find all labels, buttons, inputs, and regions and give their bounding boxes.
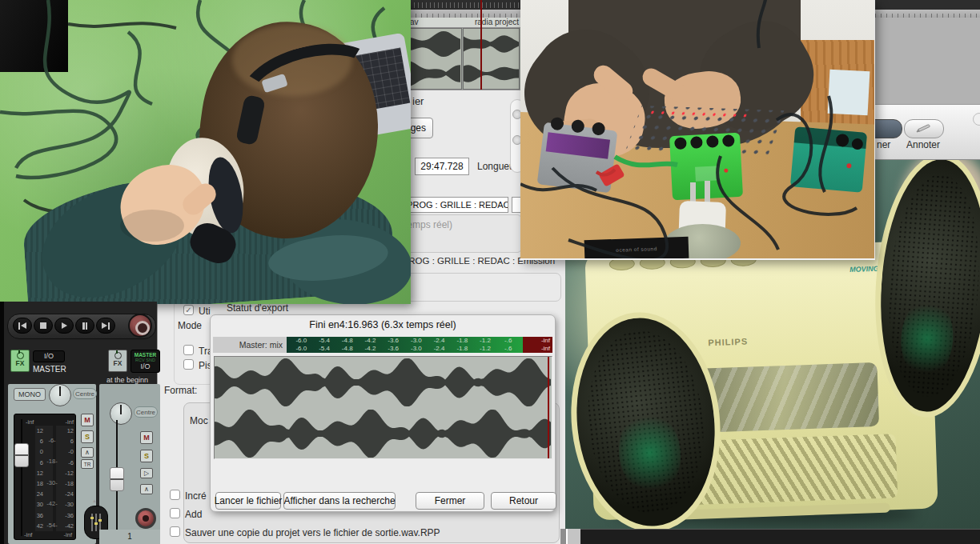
scale-label: -30- [45, 473, 59, 494]
routing-label: MASTER [131, 352, 159, 358]
toolbar-edge-button[interactable] [973, 113, 980, 126]
master-fx-block[interactable]: FX [10, 350, 30, 372]
track-pan-knob[interactable] [110, 402, 132, 425]
scale-label: -36 [61, 510, 74, 521]
mono-button[interactable]: MONO [14, 388, 46, 401]
scale-label: -18 [61, 478, 74, 489]
checkbox-save-copy[interactable] [170, 526, 180, 537]
pencil-icon [915, 124, 933, 134]
meter-db-label: -1.8 [451, 345, 474, 353]
fader-track [21, 419, 22, 536]
meter-db-scale: -6.0-5.4-4.8-4.2-3.6-3.0-2.4-1.8-1.2-.6 … [287, 337, 523, 353]
clip-label-left: av [410, 18, 419, 26]
record-icon [135, 321, 150, 335]
checkbox-tra[interactable] [183, 345, 194, 355]
disabled-info-box: (temps réel) [396, 214, 522, 253]
checkbox-increment-label: Incré [185, 490, 207, 502]
scale-label: 30 [32, 499, 43, 510]
hand-shadow [120, 210, 184, 242]
show-in-finder-button[interactable]: Afficher dans la recherche [283, 492, 396, 510]
back-button[interactable]: Retour [491, 492, 556, 510]
scale-label: -18- [45, 451, 59, 472]
recarm-dot [143, 515, 149, 522]
resize-grip[interactable] [566, 529, 580, 544]
fader-line [15, 454, 28, 456]
mini-fader-icon [91, 514, 93, 531]
pause-icon [82, 322, 85, 330]
mixer-panel: FX I/O MASTER FX MASTER RCV SND I/O at t… [0, 302, 157, 544]
master-mute-button[interactable]: M [81, 414, 94, 426]
skip-start-button[interactable] [13, 318, 32, 334]
track-number: 1 [99, 532, 160, 541]
track-fold-button[interactable]: ∧ [140, 484, 153, 494]
scale-label: 6 [32, 458, 43, 468]
master-fader[interactable] [14, 443, 29, 467]
checkbox-increment[interactable] [170, 490, 180, 500]
meter-db-label: -5.4 [313, 345, 336, 353]
playhead-cursor[interactable] [480, 0, 482, 90]
render-peak-meter: Master: mix -6.0-5.4-4.8-4.2-3.6-3.0-2.4… [213, 337, 552, 353]
master-pan-knob[interactable] [49, 384, 71, 406]
clip-waveform [464, 29, 519, 89]
track-recarm-button[interactable] [135, 508, 156, 529]
skip-end-icon [102, 322, 107, 329]
meter-db-label: -1.2 [474, 345, 497, 353]
skip-end-button[interactable] [96, 318, 115, 334]
scale-label: 12 [32, 426, 43, 436]
filename-input[interactable]: 0 PROG : GRILLE : REDAC [397, 197, 508, 213]
play-button[interactable] [54, 318, 74, 334]
track-solo-button[interactable]: S [140, 450, 153, 462]
meter-db-label: -4.2 [359, 337, 382, 345]
scale-label: 0 [32, 446, 43, 457]
master-solo-button[interactable]: S [81, 430, 94, 443]
group-box [393, 273, 561, 302]
track-pan-value: Centre [134, 406, 158, 418]
annotate-label: Annoter [897, 139, 950, 150]
launch-file-button[interactable]: Lancer le fichier [215, 492, 281, 510]
pause-button[interactable] [75, 318, 94, 334]
record-button[interactable] [128, 314, 152, 338]
track-mute-button[interactable]: M [140, 431, 153, 444]
check-icon: ✓ [185, 306, 191, 314]
stop-button[interactable] [34, 318, 53, 334]
power-icon [17, 352, 24, 359]
audio-clip[interactable] [404, 28, 462, 90]
length-input[interactable]: 29:47.728 [415, 158, 469, 175]
knob-pointer [59, 386, 61, 396]
master-fold-button[interactable]: ∧ [81, 447, 94, 458]
pause-icon [86, 322, 88, 330]
scale-label: 6 [32, 436, 43, 446]
track-monitor-button[interactable]: ▷ [140, 468, 153, 478]
master-meter: -inf-inf 12606121824303642 -6--18--30--4… [14, 414, 76, 540]
master-io-button[interactable]: I/O [33, 350, 65, 362]
checkbox-uti-label: Uti [199, 306, 211, 317]
meter-db-label: -3.0 [405, 337, 428, 345]
boombox-brand-logo: PHILIPS [708, 337, 748, 348]
scale-label: 24 [32, 489, 43, 499]
master-trim-button[interactable]: TR [81, 459, 94, 469]
checkbox-uti[interactable]: ✓ [183, 305, 194, 315]
stop-icon [40, 322, 46, 329]
export-status-group-label: Statut d'export [227, 302, 288, 314]
master-name: MASTER [33, 365, 66, 374]
titlebar-texture [406, 2, 534, 8]
audio-clip[interactable] [463, 28, 520, 90]
annotate-button[interactable] [904, 119, 944, 138]
meter-db-label: -2.4 [428, 345, 451, 353]
track-fx-block[interactable]: FX [108, 350, 127, 372]
close-button[interactable]: Fermer [416, 492, 484, 510]
meter-peak-readout: -inf -inf [523, 337, 552, 353]
photo-pedals: ocean of sound [520, 0, 875, 260]
checkbox-add[interactable] [170, 508, 180, 518]
meter-db-label: -3.6 [382, 337, 405, 345]
transport-bar [7, 314, 156, 339]
checkbox-pis[interactable] [183, 359, 194, 370]
peak-value: -inf [541, 345, 550, 353]
scale-label: 36 [32, 510, 43, 521]
track-io-button[interactable]: MASTER RCV SND I/O [131, 350, 160, 373]
fader-menu-arrow: ▲ [92, 498, 97, 503]
track-fx-label: FX [109, 359, 127, 367]
knob-pointer [120, 405, 122, 414]
mini-fader-icon [95, 514, 97, 531]
track-fader[interactable] [110, 467, 124, 491]
